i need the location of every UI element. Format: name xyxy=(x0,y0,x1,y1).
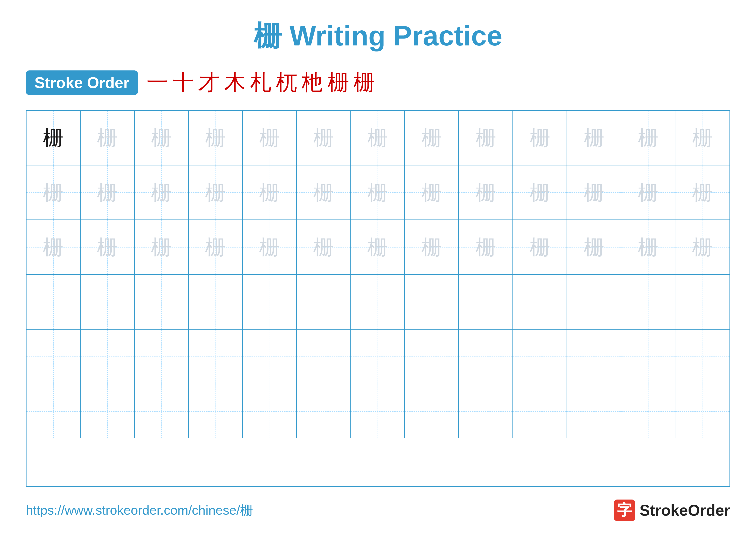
grid-cell[interactable] xyxy=(459,330,513,384)
grid-cell[interactable]: 栅 xyxy=(243,165,297,219)
grid-cell[interactable]: 栅 xyxy=(27,165,81,219)
grid-cell[interactable] xyxy=(189,384,243,438)
grid-cell[interactable]: 栅 xyxy=(135,220,189,274)
grid-cell[interactable] xyxy=(459,384,513,438)
grid-cell[interactable]: 栅 xyxy=(621,111,675,165)
grid-cell[interactable]: 栅 xyxy=(459,220,513,274)
grid-cell[interactable]: 栅 xyxy=(81,220,135,274)
stroke-seq-6: 杌 xyxy=(276,68,297,97)
grid-cell[interactable] xyxy=(189,330,243,384)
grid-cell[interactable] xyxy=(351,330,405,384)
grid-cell[interactable]: 栅 xyxy=(405,111,459,165)
grid-cell[interactable]: 栅 xyxy=(27,220,81,274)
grid-cell[interactable] xyxy=(621,275,675,329)
grid-cell[interactable]: 栅 xyxy=(189,165,243,219)
grid-cell[interactable] xyxy=(675,275,729,329)
stroke-order-row: Stroke Order 一 十 才 木 札 杌 杝 栅 栅 xyxy=(26,68,730,97)
grid-cell[interactable]: 栅 xyxy=(351,111,405,165)
practice-char: 栅 xyxy=(259,182,280,203)
practice-char: 栅 xyxy=(367,237,388,257)
grid-cell[interactable]: 栅 xyxy=(459,111,513,165)
grid-cell[interactable]: 栅 xyxy=(243,111,297,165)
grid-cell[interactable]: 栅 xyxy=(567,165,621,219)
grid-cell[interactable] xyxy=(351,275,405,329)
grid-cell[interactable] xyxy=(405,384,459,438)
grid-cell[interactable]: 栅 xyxy=(567,220,621,274)
practice-char: 栅 xyxy=(692,128,713,148)
grid-cell[interactable] xyxy=(81,275,135,329)
practice-char: 栅 xyxy=(584,128,604,148)
grid-cell[interactable]: 栅 xyxy=(351,220,405,274)
grid-cell[interactable] xyxy=(621,384,675,438)
grid-cell[interactable] xyxy=(567,384,621,438)
grid-cell[interactable] xyxy=(297,330,351,384)
grid-cell[interactable] xyxy=(135,275,189,329)
grid-cell[interactable]: 栅 xyxy=(405,165,459,219)
stroke-seq-9: 栅 xyxy=(353,68,375,97)
grid-cell[interactable]: 栅 xyxy=(567,111,621,165)
grid-row-3: 栅 栅 栅 栅 栅 栅 栅 栅 栅 栅 栅 栅 栅 xyxy=(27,220,729,275)
grid-cell[interactable] xyxy=(405,330,459,384)
grid-cell[interactable]: 栅 xyxy=(135,111,189,165)
practice-char: 栅 xyxy=(97,128,118,148)
practice-char: 栅 xyxy=(367,128,388,148)
grid-cell[interactable]: 栅 xyxy=(513,111,567,165)
practice-char: 栅 xyxy=(692,182,713,203)
grid-cell[interactable] xyxy=(351,384,405,438)
practice-char: 栅 xyxy=(638,182,659,203)
practice-grid: 栅 栅 栅 栅 栅 栅 栅 栅 栅 栅 栅 栅 栅 栅 栅 栅 栅 栅 栅 栅 … xyxy=(26,110,730,487)
grid-cell[interactable] xyxy=(621,330,675,384)
grid-cell[interactable] xyxy=(513,330,567,384)
grid-cell[interactable]: 栅 xyxy=(243,220,297,274)
grid-cell[interactable] xyxy=(513,275,567,329)
grid-cell[interactable]: 栅 xyxy=(297,165,351,219)
grid-cell[interactable]: 栅 xyxy=(675,220,729,274)
stroke-sequence: 一 十 才 木 札 杌 杝 栅 栅 xyxy=(147,68,375,97)
grid-cell[interactable] xyxy=(459,275,513,329)
stroke-seq-2: 十 xyxy=(173,68,194,97)
grid-cell[interactable]: 栅 xyxy=(297,220,351,274)
grid-cell[interactable] xyxy=(297,275,351,329)
grid-cell[interactable] xyxy=(513,384,567,438)
grid-cell[interactable] xyxy=(675,330,729,384)
footer-url-link[interactable]: https://www.strokeorder.com/chinese/栅 xyxy=(26,502,253,519)
grid-cell[interactable]: 栅 xyxy=(135,165,189,219)
grid-cell[interactable] xyxy=(297,384,351,438)
grid-cell[interactable]: 栅 xyxy=(675,111,729,165)
grid-cell[interactable] xyxy=(675,384,729,438)
grid-cell[interactable]: 栅 xyxy=(189,111,243,165)
page-title: 栅 Writing Practice xyxy=(254,17,502,55)
grid-cell[interactable] xyxy=(405,275,459,329)
grid-cell[interactable] xyxy=(189,275,243,329)
grid-cell[interactable] xyxy=(135,330,189,384)
grid-cell[interactable]: 栅 xyxy=(621,165,675,219)
grid-cell[interactable]: 栅 xyxy=(297,111,351,165)
grid-cell[interactable] xyxy=(567,275,621,329)
practice-char: 栅 xyxy=(584,182,604,203)
grid-cell[interactable]: 栅 xyxy=(81,165,135,219)
grid-cell[interactable]: 栅 xyxy=(513,220,567,274)
grid-cell[interactable] xyxy=(27,330,81,384)
grid-cell[interactable]: 栅 xyxy=(189,220,243,274)
grid-cell[interactable] xyxy=(243,330,297,384)
grid-cell[interactable]: 栅 xyxy=(81,111,135,165)
grid-cell[interactable] xyxy=(567,330,621,384)
grid-cell[interactable] xyxy=(27,384,81,438)
practice-char: 栅 xyxy=(530,182,550,203)
grid-cell[interactable] xyxy=(243,275,297,329)
grid-cell[interactable]: 栅 xyxy=(351,165,405,219)
grid-cell[interactable]: 栅 xyxy=(675,165,729,219)
practice-char: 栅 xyxy=(259,237,280,257)
grid-cell[interactable]: 栅 xyxy=(459,165,513,219)
grid-cell[interactable] xyxy=(81,330,135,384)
grid-cell[interactable] xyxy=(81,384,135,438)
grid-cell[interactable]: 栅 xyxy=(405,220,459,274)
grid-cell[interactable]: 栅 xyxy=(621,220,675,274)
grid-cell[interactable]: 栅 xyxy=(27,111,81,165)
grid-cell[interactable] xyxy=(135,384,189,438)
grid-cell[interactable] xyxy=(243,384,297,438)
practice-char: 栅 xyxy=(205,128,226,148)
grid-cell[interactable] xyxy=(27,275,81,329)
practice-char: 栅 xyxy=(151,237,172,257)
grid-cell[interactable]: 栅 xyxy=(513,165,567,219)
